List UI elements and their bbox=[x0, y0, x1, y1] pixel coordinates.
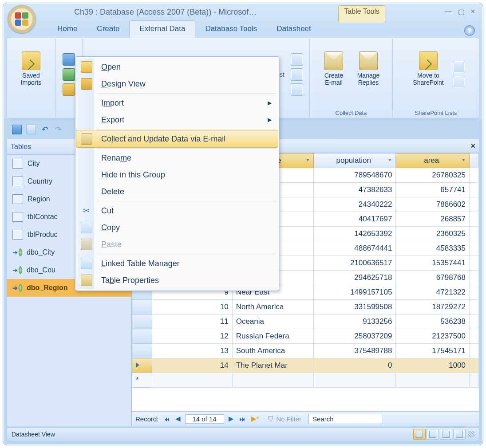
cell-population[interactable]: 24340222 bbox=[313, 197, 395, 212]
cell-extra[interactable] bbox=[470, 241, 479, 256]
nav-first-button[interactable]: ⏮ bbox=[162, 415, 171, 423]
table-row[interactable]: 12Russian Federa25803720921237500 bbox=[132, 329, 479, 344]
sharepoint-small-icon-2[interactable] bbox=[453, 76, 465, 88]
nav-last-button[interactable]: ⏭ bbox=[238, 415, 247, 423]
cell-extra[interactable] bbox=[470, 358, 479, 373]
maximize-button[interactable]: ▢ bbox=[458, 8, 465, 16]
save-icon[interactable] bbox=[12, 125, 22, 134]
menu-import[interactable]: Import▶ bbox=[76, 94, 278, 111]
cell-name[interactable]: Oceania bbox=[232, 314, 313, 329]
cell-population[interactable]: 789548670 bbox=[313, 168, 395, 183]
row-selector[interactable] bbox=[132, 329, 152, 344]
cell-population[interactable]: 0 bbox=[313, 358, 395, 373]
cell-extra[interactable] bbox=[470, 344, 479, 358]
print-icon[interactable] bbox=[26, 125, 36, 134]
cell-area[interactable]: 4583335 bbox=[396, 241, 470, 256]
cell-extra[interactable] bbox=[470, 197, 479, 212]
nav-new-button[interactable]: ▶* bbox=[250, 415, 260, 423]
cell-area[interactable]: 15357441 bbox=[396, 256, 470, 271]
column-header-extra[interactable] bbox=[470, 153, 479, 168]
table-row[interactable]: 13South America37548978817545171 bbox=[132, 344, 479, 358]
cell-id[interactable]: 11 bbox=[152, 314, 232, 329]
datasheet-close-button[interactable]: × bbox=[470, 141, 475, 151]
column-header-population[interactable]: population▾ bbox=[313, 153, 395, 168]
cell-area[interactable]: 7886602 bbox=[396, 197, 470, 212]
ribbon-tab-database-tools[interactable]: Database Tools bbox=[195, 21, 267, 38]
grid-dropdown-icon[interactable] bbox=[291, 83, 303, 96]
menu-hide-in-group[interactable]: Hide in this Group bbox=[76, 166, 278, 183]
cell-name[interactable]: North America bbox=[232, 300, 313, 314]
grid-icon[interactable] bbox=[291, 53, 303, 66]
cell-extra[interactable] bbox=[470, 300, 479, 314]
menu-table-properties[interactable]: Table Properties bbox=[76, 272, 278, 289]
cell-area[interactable]: 21237500 bbox=[396, 329, 470, 344]
access-icon[interactable] bbox=[63, 53, 75, 66]
row-selector[interactable] bbox=[132, 358, 152, 373]
cell-extra[interactable] bbox=[470, 168, 479, 183]
cell-area[interactable]: 2360325 bbox=[396, 227, 470, 241]
menu-rename[interactable]: Rename bbox=[76, 149, 278, 166]
cell-name[interactable]: Russian Federa bbox=[232, 329, 313, 344]
saved-imports-button[interactable]: Saved Imports bbox=[15, 48, 47, 101]
cell-extra[interactable] bbox=[470, 227, 479, 241]
cell-area[interactable]: 657741 bbox=[396, 183, 470, 197]
sharepoint-small-icon[interactable] bbox=[453, 61, 465, 73]
resize-grip-icon[interactable] bbox=[468, 431, 474, 437]
cell-id[interactable]: 14 bbox=[152, 358, 232, 373]
view-datasheet-button[interactable] bbox=[413, 429, 426, 440]
cell-population[interactable]: 40417697 bbox=[313, 212, 395, 227]
search-box[interactable]: Search bbox=[308, 414, 383, 424]
cell-population[interactable]: 375489788 bbox=[313, 344, 395, 358]
cell-population[interactable]: 1499157105 bbox=[313, 285, 395, 300]
menu-delete[interactable]: Delete bbox=[76, 183, 278, 200]
cell-id[interactable]: 13 bbox=[152, 344, 232, 358]
cell-extra[interactable] bbox=[470, 256, 479, 271]
table-tools-tab[interactable]: Table Tools bbox=[338, 5, 385, 23]
ribbon-tab-create[interactable]: Create bbox=[87, 21, 129, 38]
minimize-button[interactable]: — bbox=[445, 8, 452, 16]
menu-collect-email[interactable]: Collect and Update Data via E-mail bbox=[76, 130, 278, 148]
cell-area[interactable]: 536238 bbox=[396, 314, 470, 329]
cell-id[interactable]: 10 bbox=[152, 300, 232, 314]
cell-population[interactable]: 488674441 bbox=[313, 241, 395, 256]
menu-export[interactable]: Export▶ bbox=[76, 111, 278, 128]
cell-area[interactable]: 4721322 bbox=[396, 285, 470, 300]
column-header-area[interactable]: area▾ bbox=[396, 153, 470, 168]
new-row[interactable]: * bbox=[132, 373, 479, 388]
row-selector[interactable] bbox=[132, 344, 152, 358]
cell-population[interactable]: 142653392 bbox=[313, 227, 395, 241]
cell-name[interactable]: The Planet Mar bbox=[232, 358, 313, 373]
cell-area[interactable]: 18729272 bbox=[396, 300, 470, 314]
create-email-button[interactable]: Create E-mail bbox=[318, 48, 350, 101]
office-button[interactable] bbox=[8, 5, 36, 33]
cell-population[interactable]: 258037209 bbox=[313, 329, 395, 344]
menu-cut[interactable]: ✂Cut bbox=[76, 202, 278, 219]
undo-icon[interactable]: ↶ bbox=[40, 125, 49, 134]
redo-icon[interactable]: ↷ bbox=[54, 125, 63, 134]
cell-population[interactable]: 331599508 bbox=[313, 300, 395, 314]
cell-population[interactable]: 2100636517 bbox=[313, 256, 395, 271]
cell-name[interactable]: South America bbox=[232, 344, 313, 358]
cell-area[interactable]: 6798768 bbox=[396, 271, 470, 285]
cell-extra[interactable] bbox=[470, 329, 479, 344]
move-to-sharepoint-button[interactable]: Move to SharePoint bbox=[407, 48, 450, 101]
cell-area[interactable]: 17545171 bbox=[396, 344, 470, 358]
menu-open[interactable]: Open bbox=[76, 59, 278, 75]
cell-extra[interactable] bbox=[470, 212, 479, 227]
cell-population[interactable]: 294625718 bbox=[313, 271, 395, 285]
sharepoint-icon[interactable] bbox=[63, 83, 75, 96]
table-row[interactable]: 14The Planet Mar01000 bbox=[132, 358, 479, 373]
close-button[interactable]: × bbox=[471, 8, 475, 16]
cell-area[interactable]: 26780325 bbox=[396, 168, 470, 183]
ribbon-tab-home[interactable]: Home bbox=[47, 21, 87, 38]
ribbon-tab-external-data[interactable]: External Data bbox=[129, 20, 195, 38]
view-pivottable-button[interactable] bbox=[427, 429, 439, 440]
cell-extra[interactable] bbox=[470, 314, 479, 329]
no-filter-indicator[interactable]: ⛉ No Filter bbox=[268, 415, 301, 423]
menu-design-view[interactable]: Design View bbox=[76, 75, 278, 92]
cell-extra[interactable] bbox=[470, 183, 479, 197]
menu-copy[interactable]: Copy bbox=[76, 219, 278, 236]
cell-population[interactable]: 9133256 bbox=[313, 314, 395, 329]
row-selector[interactable] bbox=[132, 314, 152, 329]
cell-id[interactable]: 12 bbox=[152, 329, 232, 344]
